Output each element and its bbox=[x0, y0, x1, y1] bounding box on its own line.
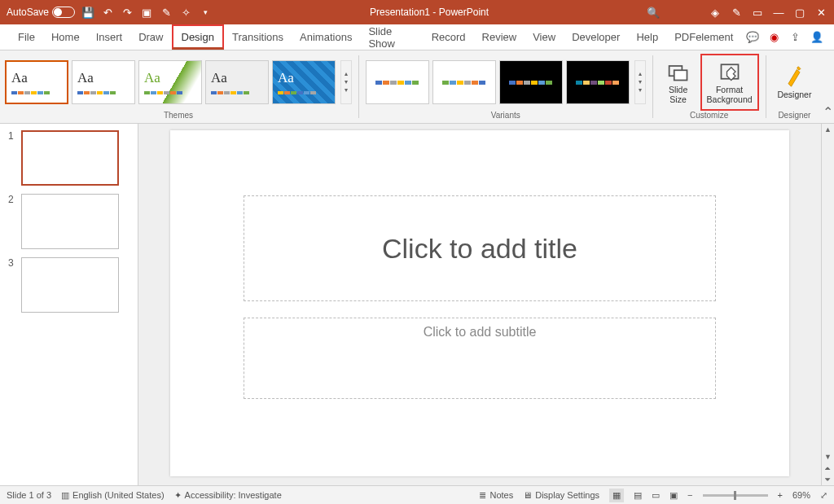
tab-draw[interactable]: Draw bbox=[130, 24, 171, 50]
save-icon[interactable]: 💾 bbox=[81, 6, 94, 19]
variant-4[interactable] bbox=[566, 60, 630, 104]
account-icon[interactable]: 👤 bbox=[806, 24, 827, 50]
tab-review[interactable]: Review bbox=[474, 24, 525, 50]
zoom-out-button[interactable]: − bbox=[687, 490, 692, 500]
slide-thumb-1[interactable] bbox=[21, 130, 119, 186]
tab-developer[interactable]: Developer bbox=[564, 24, 628, 50]
scroll-down-icon[interactable]: ▼ bbox=[824, 451, 832, 462]
scroll-up-icon[interactable]: ▲ bbox=[824, 124, 832, 135]
view-sorter-icon[interactable]: ▤ bbox=[634, 490, 642, 501]
svg-rect-1 bbox=[674, 70, 687, 80]
tab-file[interactable]: File bbox=[10, 24, 43, 50]
brush-icon[interactable]: ✎ bbox=[730, 6, 743, 19]
tab-help[interactable]: Help bbox=[628, 24, 666, 50]
collapse-ribbon-icon[interactable]: ⌃ bbox=[821, 50, 834, 123]
tab-animations[interactable]: Animations bbox=[292, 24, 360, 50]
redo-icon[interactable]: ↷ bbox=[121, 6, 134, 19]
search-icon[interactable]: 🔍 bbox=[647, 6, 660, 19]
slide-number: 1 bbox=[8, 130, 16, 142]
record-dot-icon[interactable]: ◉ bbox=[763, 24, 784, 50]
zoom-level[interactable]: 69% bbox=[792, 490, 810, 500]
slide-editor[interactable]: Click to add title Click to add subtitle bbox=[138, 124, 821, 485]
theme-3[interactable]: Aa bbox=[138, 60, 202, 104]
fit-to-window-icon[interactable]: ⤢ bbox=[820, 490, 827, 501]
next-slide-icon[interactable]: ⏷ bbox=[824, 474, 832, 485]
quickaccess-icon-2[interactable]: ✧ bbox=[179, 6, 192, 19]
notes-button[interactable]: ≣ Notes bbox=[479, 490, 513, 501]
present-from-start-icon[interactable]: ▣ bbox=[140, 6, 153, 19]
ribbon-design: Aa Aa Aa Aa Aa ▴▾▾ Themes bbox=[0, 50, 834, 124]
customize-label: Customize bbox=[690, 111, 728, 121]
title-placeholder[interactable]: Click to add title bbox=[244, 195, 716, 301]
slide-thumbnails-panel: 1 2 3 bbox=[0, 124, 138, 485]
tab-insert[interactable]: Insert bbox=[88, 24, 131, 50]
slide-number: 2 bbox=[8, 194, 16, 205]
slide-number: 3 bbox=[8, 257, 16, 269]
maximize-icon[interactable]: ▢ bbox=[793, 6, 806, 19]
designer-button[interactable]: Designer bbox=[772, 54, 816, 111]
variants-label: Variants bbox=[491, 111, 520, 121]
tab-view[interactable]: View bbox=[525, 24, 564, 50]
theme-5[interactable]: Aa bbox=[272, 60, 336, 104]
toggle-off-icon bbox=[52, 7, 75, 18]
tab-pdfelement[interactable]: PDFelement bbox=[666, 24, 741, 50]
zoom-slider[interactable] bbox=[703, 494, 768, 497]
status-slide-indicator[interactable]: Slide 1 of 3 bbox=[7, 490, 51, 500]
undo-icon[interactable]: ↶ bbox=[101, 6, 114, 19]
minimize-icon[interactable]: — bbox=[772, 6, 785, 19]
view-slideshow-icon[interactable]: ▣ bbox=[669, 490, 678, 501]
themes-more[interactable]: ▴▾▾ bbox=[340, 60, 352, 104]
slide-thumb-2[interactable] bbox=[21, 194, 119, 249]
group-customize: Slide Size Format Background Customize bbox=[655, 50, 764, 123]
quickaccess-icon[interactable]: ✎ bbox=[160, 6, 173, 19]
prev-slide-icon[interactable]: ⏶ bbox=[824, 462, 832, 474]
status-language[interactable]: ▥ English (United States) bbox=[61, 490, 165, 501]
variants-more[interactable]: ▴▾▾ bbox=[634, 60, 646, 104]
tab-design[interactable]: Design bbox=[172, 24, 224, 50]
window-mode-icon[interactable]: ▭ bbox=[751, 6, 764, 19]
comments-icon[interactable]: 💬 bbox=[741, 24, 762, 50]
view-reading-icon[interactable]: ▭ bbox=[652, 490, 660, 501]
qat-more-icon[interactable]: ▾ bbox=[199, 6, 212, 19]
tab-record[interactable]: Record bbox=[424, 24, 474, 50]
autosave-toggle[interactable]: AutoSave bbox=[7, 7, 75, 18]
subtitle-placeholder[interactable]: Click to add subtitle bbox=[244, 318, 716, 399]
workarea: 1 2 3 Click to add title Click to add su… bbox=[0, 124, 834, 485]
share-icon[interactable]: ⇪ bbox=[784, 24, 805, 50]
status-accessibility[interactable]: ✦ Accessibility: Investigate bbox=[174, 490, 282, 501]
variant-3[interactable] bbox=[499, 60, 563, 104]
group-designer: Designer Designer bbox=[767, 50, 821, 123]
slide-size-button[interactable]: Slide Size bbox=[660, 54, 697, 111]
designer-label: Designer bbox=[778, 111, 810, 121]
window-title: Presentation1 - PowerPoint bbox=[212, 7, 647, 18]
zoom-in-button[interactable]: + bbox=[778, 490, 783, 500]
group-themes: Aa Aa Aa Aa Aa ▴▾▾ Themes bbox=[0, 50, 357, 123]
diamond-icon[interactable]: ◈ bbox=[709, 6, 722, 19]
theme-4[interactable]: Aa bbox=[205, 60, 269, 104]
themes-label: Themes bbox=[164, 111, 193, 121]
slide-canvas[interactable]: Click to add title Click to add subtitle bbox=[170, 130, 789, 476]
tab-slideshow[interactable]: Slide Show bbox=[360, 24, 423, 50]
variant-1[interactable] bbox=[366, 60, 429, 104]
theme-office[interactable]: Aa bbox=[5, 60, 68, 104]
variant-2[interactable] bbox=[432, 60, 496, 104]
close-icon[interactable]: ✕ bbox=[814, 6, 827, 19]
tab-transitions[interactable]: Transitions bbox=[224, 24, 292, 50]
group-variants: ▴▾▾ Variants bbox=[361, 50, 651, 123]
designer-icon bbox=[783, 65, 805, 88]
tab-home[interactable]: Home bbox=[43, 24, 88, 50]
format-background-button[interactable]: Format Background bbox=[700, 54, 759, 111]
title-bar: AutoSave 💾 ↶ ↷ ▣ ✎ ✧ ▾ Presentation1 - P… bbox=[0, 0, 834, 24]
slide-thumb-3[interactable] bbox=[21, 257, 119, 313]
display-settings-button[interactable]: 🖥 Display Settings bbox=[523, 490, 599, 500]
ribbon-tabs: File Home Insert Draw Design Transitions… bbox=[0, 24, 834, 50]
status-bar: Slide 1 of 3 ▥ English (United States) ✦… bbox=[0, 485, 834, 504]
view-normal-icon[interactable]: ▦ bbox=[609, 489, 624, 502]
slide-size-icon bbox=[667, 60, 690, 83]
format-background-icon bbox=[718, 60, 741, 83]
vertical-scrollbar[interactable]: ▲ ▼ ⏶ ⏷ bbox=[821, 124, 834, 485]
theme-2[interactable]: Aa bbox=[72, 60, 135, 104]
